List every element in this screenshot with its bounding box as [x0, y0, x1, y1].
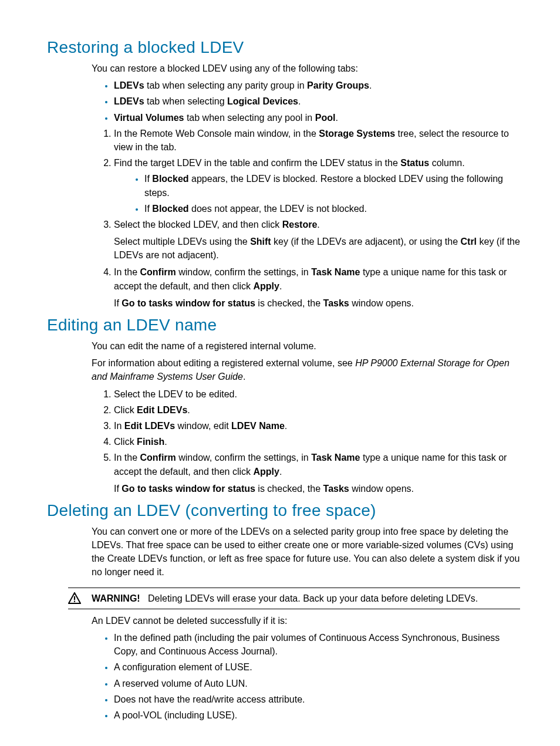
warning-block: WARNING! Deleting LDEVs will erase your … — [68, 588, 520, 609]
list-item: Select the blocked LDEV, and then click … — [114, 218, 520, 262]
intro-text: You can edit the name of a registered in… — [92, 339, 520, 353]
svg-rect-1 — [74, 601, 75, 602]
list-item: If Blocked does not appear, the LDEV is … — [144, 202, 520, 215]
ref-text: For information about editing a register… — [92, 356, 520, 383]
page-content: Restoring a blocked LDEV You can restore… — [0, 0, 560, 746]
list-item: A configuration element of LUSE. — [114, 660, 520, 674]
heading-editing: Editing an LDEV name — [47, 316, 520, 335]
list-item: Find the target LDEV in the table and co… — [114, 156, 520, 215]
list-item: In the defined path (including the pair … — [114, 631, 520, 658]
heading-restoring: Restoring a blocked LDEV — [47, 38, 520, 57]
list-item: In the Confirm window, confirm the setti… — [114, 451, 520, 495]
list-item: Click Finish. — [114, 435, 520, 448]
heading-deleting: Deleting an LDEV (converting to free spa… — [47, 501, 520, 520]
list-item: If Blocked appears, the LDEV is blocked.… — [144, 172, 520, 199]
warning-icon — [68, 592, 81, 604]
intro-text: You can restore a blocked LDEV using any… — [92, 62, 520, 75]
list-item: LDEVs tab when selecting Logical Devices… — [114, 94, 520, 108]
cannot-delete-bullets: In the defined path (including the pair … — [92, 631, 520, 722]
warning-label: WARNING! — [92, 593, 140, 603]
list-item: Virtual Volumes tab when selecting any p… — [114, 111, 520, 124]
list-item: In the Confirm window, confirm the setti… — [114, 265, 520, 310]
steps-list: Select the LDEV to be edited. Click Edit… — [92, 387, 520, 495]
post-warning-text: An LDEV cannot be deleted successfully i… — [92, 614, 520, 627]
list-item: Does not have the read/write access attr… — [114, 693, 520, 706]
list-item: Select the LDEV to be edited. — [114, 387, 520, 401]
svg-rect-0 — [74, 596, 75, 600]
list-item: A reserved volume of Auto LUN. — [114, 677, 520, 690]
warning-text-body: Deleting LDEVs will erase your data. Bac… — [148, 593, 478, 603]
list-item: A pool-VOL (including LUSE). — [114, 708, 520, 722]
list-item: LDEVs tab when selecting any parity grou… — [114, 79, 520, 92]
tab-bullets: LDEVs tab when selecting any parity grou… — [92, 79, 520, 124]
list-item: In Edit LDEVs window, edit LDEV Name. — [114, 419, 520, 433]
intro-text: You can convert one or more of the LDEVs… — [92, 525, 520, 579]
steps-list: In the Remote Web Console main window, i… — [92, 127, 520, 310]
list-item: In the Remote Web Console main window, i… — [114, 127, 520, 154]
list-item: Click Edit LDEVs. — [114, 403, 520, 417]
